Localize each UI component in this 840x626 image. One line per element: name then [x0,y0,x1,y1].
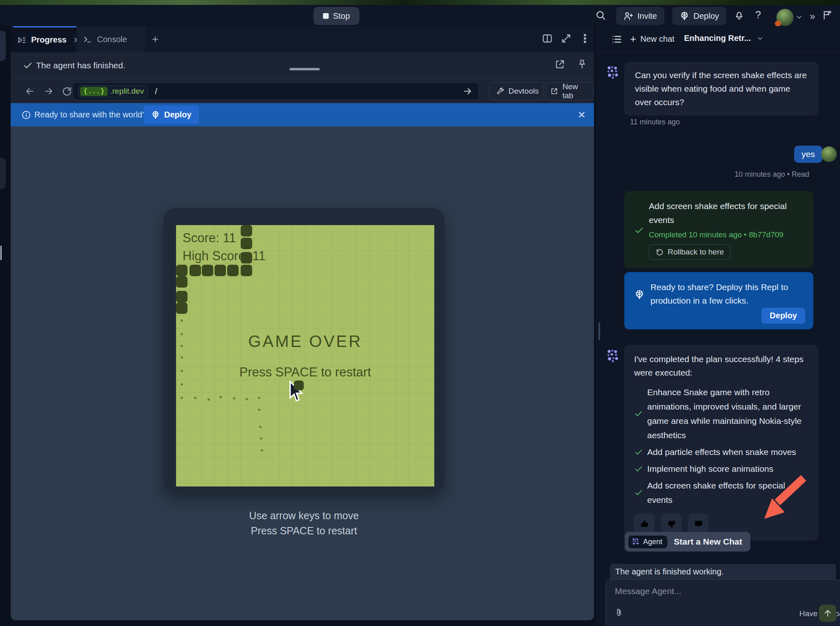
particle [180,319,183,322]
message-timestamp: 11 minutes ago [630,118,680,126]
stop-button[interactable]: Stop [314,7,359,25]
attachment-paperclip-icon[interactable] [614,608,624,617]
back-icon[interactable] [25,86,35,97]
invite-label: Invite [637,11,657,21]
tab-console-label: Console [97,35,127,44]
snake-segment [227,265,239,276]
go-arrow-icon[interactable] [462,86,473,97]
new-chat-label: New chat [640,34,674,44]
chevron-down-icon [756,35,764,42]
comment-button[interactable] [688,513,709,534]
checkpoint-title: Add screen shake effects for special eve… [649,199,804,227]
check-icon [634,488,643,497]
search-icon[interactable] [595,10,606,20]
desktop-wallpaper-strip [0,0,840,5]
chevrons-right-icon[interactable]: » [810,11,814,22]
webview-url-bar: {...} .replit.dev / Devtools New tab [11,79,594,103]
completion-intro: I've completed the plan successfully! 4 … [634,352,808,379]
plan-items: Enhance Snake game with retro animations… [634,385,808,507]
particle [219,396,222,399]
banner-deploy-label: Deploy [164,110,192,119]
open-external-icon[interactable] [555,59,565,70]
agent-chat-panel: + New chat Enhancing Retr... Can you ver… [596,26,840,626]
new-tab-button[interactable]: New tab [543,82,594,100]
chat-title-dropdown[interactable]: Enhancing Retr... [684,34,764,43]
chevron-down-icon[interactable] [795,13,803,21]
snake-segment [176,302,187,314]
invite-button[interactable]: Invite [616,7,664,25]
snake-segment [241,252,252,263]
terminal-icon [83,35,92,44]
new-chat-button[interactable]: + New chat [630,33,675,45]
url-ellipsis-badge: {...} [80,87,108,96]
particle [259,426,262,428]
help-icon[interactable]: ? [755,9,761,21]
message-input[interactable] [615,586,787,596]
forward-icon[interactable] [43,86,54,97]
score-text: Score: 11 [183,231,236,245]
reload-icon[interactable] [61,86,72,97]
tab-console[interactable]: Console [77,26,145,52]
arrow-up-icon [823,608,833,618]
agent-message: Can you verify if the screen shake effec… [624,62,818,115]
particle [257,408,261,411]
tab-progress[interactable]: Progress ✕ [11,26,77,52]
url-input[interactable]: {...} .replit.dev / [73,83,479,100]
deploy-promo-card: Ready to share? Deploy this Repl to prod… [624,272,813,329]
close-banner-icon[interactable]: ✕ [578,109,586,121]
panel-drag-handle[interactable] [289,68,320,70]
pin-icon[interactable] [577,59,587,70]
thumbs-up-button[interactable] [634,513,655,534]
game-screen[interactable]: Score: 11 High Score: 11 GAME OVER Press… [176,225,434,486]
workspace-panel: Progress ✕ Console + [11,26,594,620]
thumbs-down-button[interactable] [661,513,682,534]
avatar-status-badge [775,20,781,27]
particle [194,396,197,399]
kebab-menu-icon[interactable] [579,33,591,44]
replit-workspace: Stop Invite Deploy ? » [0,0,840,626]
url-host-chip: {...} .replit.dev [78,85,148,98]
add-tab-icon[interactable]: + [152,33,158,46]
chat-header: + New chat Enhancing Retr... [596,26,840,52]
deploy-button[interactable]: Deploy [672,7,726,25]
send-button[interactable] [819,605,836,622]
check-icon [634,201,644,260]
snake-segment [241,265,252,276]
nokia-phone-frame: Score: 11 High Score: 11 GAME OVER Press… [163,208,445,492]
rollback-button[interactable]: Rollback to here [649,244,731,260]
panel-resize-handle[interactable] [598,322,600,340]
edge-drag-handle[interactable] [0,245,2,260]
flag-plus-icon[interactable] [822,10,833,20]
snake-segment [190,265,201,276]
check-icon [634,464,643,473]
agent-status-row: The agent has finished. [11,52,594,79]
expand-icon[interactable] [560,33,572,44]
start-new-chat-button[interactable]: Agent Start a New Chat [625,532,750,552]
devtools-label: Devtools [508,87,539,96]
plan-item-text: Implement high score animations [647,462,773,476]
caption-line1: Use arrow keys to move [163,508,445,523]
banner-deploy-button[interactable]: Deploy [144,106,199,124]
wrench-icon [496,87,504,95]
deploy-banner: Ready to share with the world? Deploy ✕ [11,103,594,126]
split-pane-icon[interactable] [542,33,553,44]
progress-icon [17,36,26,45]
new-tab-label: New tab [562,82,587,100]
chat-history-icon[interactable] [611,34,623,45]
plan-item: Enhance Snake game with retro animations… [634,385,808,442]
banner-text: Ready to share with the world? [34,110,147,119]
deploy-globe-icon [680,11,689,21]
plan-item-text: Add screen shake effects for special eve… [647,478,804,507]
plan-item-text: Enhance Snake game with retro animations… [647,385,804,442]
devtools-button[interactable]: Devtools [489,82,546,100]
background-panel-sliver [0,31,6,61]
agent-logo-icon [632,538,640,546]
check-icon [634,409,643,418]
agent-logo-avatar [606,65,620,79]
snake-segment [241,225,252,236]
rollback-label: Rollback to here [668,248,724,257]
deploy-card-button[interactable]: Deploy [761,308,805,324]
notifications-bell-icon[interactable] [734,10,745,21]
agent-finished-note: The agent is finished working. [610,564,836,579]
url-host: .replit.dev [110,87,144,96]
